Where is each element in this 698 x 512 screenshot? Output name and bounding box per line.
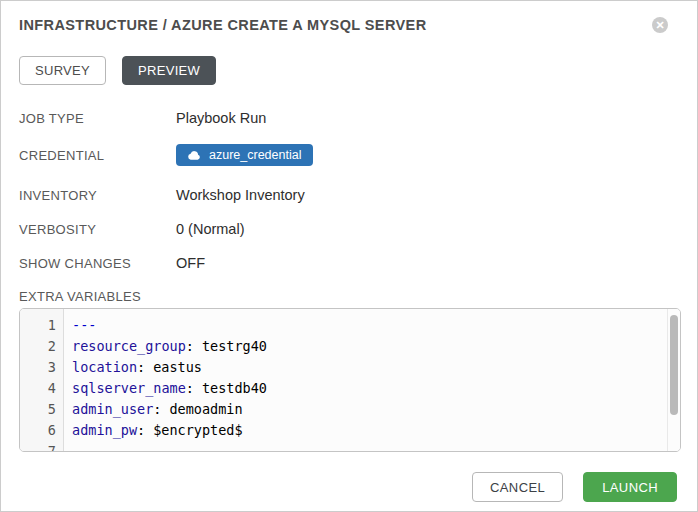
code-line: 2 resource_group:testrg40 [20,335,667,356]
line-number: 1 [20,317,64,333]
inventory-value: Workshop Inventory [176,187,305,203]
yaml-colon: : [186,338,194,354]
yaml-colon: : [137,422,145,438]
yaml-colon: : [137,359,145,375]
yaml-colon: : [153,401,161,417]
code-text: sqlserver_name:testdb40 [64,380,267,396]
detail-row-job-type: JOB TYPE Playbook Run [19,110,679,126]
line-number: 6 [20,422,64,438]
code-text: resource_group:testrg40 [64,338,267,354]
yaml-value: testrg40 [202,338,267,354]
code-line: 4 sqlserver_name:testdb40 [20,377,667,398]
editor-vertical-scrollbar[interactable] [667,309,680,451]
line-number: 4 [20,380,64,396]
line-number: 2 [20,338,64,354]
verbosity-label: VERBOSITY [19,222,176,237]
yaml-colon: : [186,380,194,396]
job-type-value: Playbook Run [176,110,266,126]
detail-row-verbosity: VERBOSITY 0 (Normal) [19,221,679,237]
code-line: 5 admin_user:demoadmin [20,398,667,419]
modal-title: INFRASTRUCTURE / AZURE CREATE A MYSQL SE… [19,17,427,33]
code-text: admin_pw:$encrypted$ [64,422,243,438]
job-launch-preview-modal: INFRASTRUCTURE / AZURE CREATE A MYSQL SE… [0,0,698,512]
close-button[interactable]: ✕ [652,17,668,33]
launch-button[interactable]: LAUNCH [583,472,677,502]
line-number: 3 [20,359,64,375]
scrollbar-thumb[interactable] [670,315,678,415]
close-icon: ✕ [655,20,664,31]
yaml-key: resource_group [72,338,186,354]
editor-code-lines: 1 --- 2 resource_group:testrg40 3 locati… [20,309,667,451]
show-changes-value: OFF [176,255,205,271]
tab-survey[interactable]: SURVEY [19,56,106,85]
show-changes-label: SHOW CHANGES [19,256,176,271]
verbosity-value: 0 (Normal) [176,221,244,237]
extra-variables-label: EXTRA VARIABLES [19,289,679,304]
extra-variables-editor[interactable]: 1 --- 2 resource_group:testrg40 3 locati… [19,308,681,452]
line-number: 5 [20,401,64,417]
cloud-icon [186,150,201,161]
code-line: 6 admin_pw:$encrypted$ [20,419,667,440]
credential-label: CREDENTIAL [19,148,176,163]
job-type-label: JOB TYPE [19,111,176,126]
job-details-list: JOB TYPE Playbook Run CREDENTIAL azure_c… [19,110,679,271]
tab-bar: SURVEY PREVIEW [19,56,679,85]
credential-badge-label: azure_credential [209,148,301,162]
code-text: --- [64,317,96,333]
yaml-value: $encrypted$ [153,422,242,438]
detail-row-credential: CREDENTIAL azure_credential [19,144,679,166]
code-text: admin_user:demoadmin [64,401,243,417]
inventory-label: INVENTORY [19,188,176,203]
code-line: 7 [20,440,667,451]
code-line: 3 location:eastus [20,356,667,377]
credential-badge[interactable]: azure_credential [176,144,313,166]
modal-header: INFRASTRUCTURE / AZURE CREATE A MYSQL SE… [19,17,679,33]
modal-footer: CANCEL LAUNCH [19,472,679,502]
detail-row-show-changes: SHOW CHANGES OFF [19,255,679,271]
yaml-value: testdb40 [202,380,267,396]
yaml-key: admin_user [72,401,153,417]
cancel-button[interactable]: CANCEL [472,472,563,502]
tab-preview[interactable]: PREVIEW [122,56,216,85]
yaml-value: eastus [153,359,202,375]
code-text: location:eastus [64,359,202,375]
code-line: 1 --- [20,314,667,335]
line-number: 7 [20,443,64,452]
yaml-doc-separator: --- [72,317,96,333]
yaml-key: admin_pw [72,422,137,438]
yaml-value: demoadmin [169,401,242,417]
detail-row-inventory: INVENTORY Workshop Inventory [19,187,679,203]
editor-scroll-area: 1 --- 2 resource_group:testrg40 3 locati… [20,309,667,451]
yaml-key: location [72,359,137,375]
yaml-key: sqlserver_name [72,380,186,396]
